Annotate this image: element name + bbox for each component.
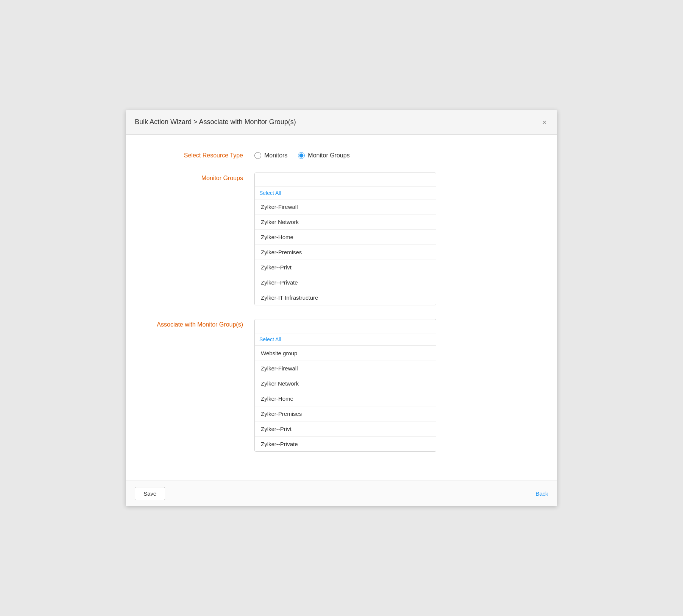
monitor-groups-list: Zylker-FirewallZylker NetworkZylker-Home…: [255, 199, 436, 305]
list-item[interactable]: Zylker-Firewall: [255, 199, 436, 215]
monitors-option[interactable]: Monitors: [254, 152, 287, 159]
monitor-groups-select-all[interactable]: Select All: [255, 187, 436, 199]
associate-groups-label: Associate with Monitor Group(s): [148, 319, 254, 328]
list-item[interactable]: Zylker-Home: [255, 391, 436, 406]
monitor-groups-radio[interactable]: [298, 152, 305, 159]
monitor-groups-search[interactable]: [255, 173, 436, 187]
associate-groups-select-all[interactable]: Select All: [255, 333, 436, 346]
list-item[interactable]: Zylker--Privt: [255, 422, 436, 437]
list-item[interactable]: Zylker Network: [255, 376, 436, 391]
list-item[interactable]: Zylker-IT Infrastructure: [255, 290, 436, 305]
monitor-groups-label: Monitor Groups: [308, 152, 349, 159]
dialog-footer: Save Back: [126, 481, 557, 506]
monitor-groups-list-container: Select All Zylker-FirewallZylker Network…: [254, 173, 436, 305]
dialog-content: Select Resource Type Monitors Monitor Gr…: [126, 135, 557, 481]
associate-groups-list-container: Select All Website groupZylker-FirewallZ…: [254, 319, 436, 452]
list-item[interactable]: Website group: [255, 346, 436, 361]
associate-groups-search[interactable]: [255, 319, 436, 333]
monitor-groups-control: Select All Zylker-FirewallZylker Network…: [254, 173, 436, 305]
associate-groups-control: Select All Website groupZylker-FirewallZ…: [254, 319, 436, 452]
list-item[interactable]: Zylker--Privt: [255, 260, 436, 275]
close-button[interactable]: ×: [541, 117, 548, 128]
list-item[interactable]: Zylker Network: [255, 215, 436, 230]
monitor-groups-option[interactable]: Monitor Groups: [298, 152, 349, 159]
resource-type-options: Monitors Monitor Groups: [254, 150, 436, 159]
resource-type-label: Select Resource Type: [148, 150, 254, 159]
list-item[interactable]: Zylker--Private: [255, 437, 436, 451]
dialog-header: Bulk Action Wizard > Associate with Moni…: [126, 110, 557, 135]
associate-groups-row: Associate with Monitor Group(s) Select A…: [148, 319, 535, 452]
list-item[interactable]: Zylker--Private: [255, 275, 436, 290]
bulk-action-dialog: Bulk Action Wizard > Associate with Moni…: [126, 110, 557, 506]
list-item[interactable]: Zylker-Premises: [255, 245, 436, 260]
dialog-title: Bulk Action Wizard > Associate with Moni…: [135, 118, 296, 126]
monitor-groups-row: Monitor Groups Select All Zylker-Firewal…: [148, 173, 535, 305]
monitors-radio[interactable]: [254, 152, 261, 159]
resource-type-row: Select Resource Type Monitors Monitor Gr…: [148, 150, 535, 159]
list-item[interactable]: Zylker-Home: [255, 230, 436, 245]
monitor-groups-label: Monitor Groups: [148, 173, 254, 182]
monitors-label: Monitors: [264, 152, 287, 159]
list-item[interactable]: Zylker-Firewall: [255, 361, 436, 376]
save-button[interactable]: Save: [135, 487, 165, 500]
back-link[interactable]: Back: [536, 490, 548, 497]
associate-groups-list: Website groupZylker-FirewallZylker Netwo…: [255, 346, 436, 451]
list-item[interactable]: Zylker-Premises: [255, 406, 436, 422]
